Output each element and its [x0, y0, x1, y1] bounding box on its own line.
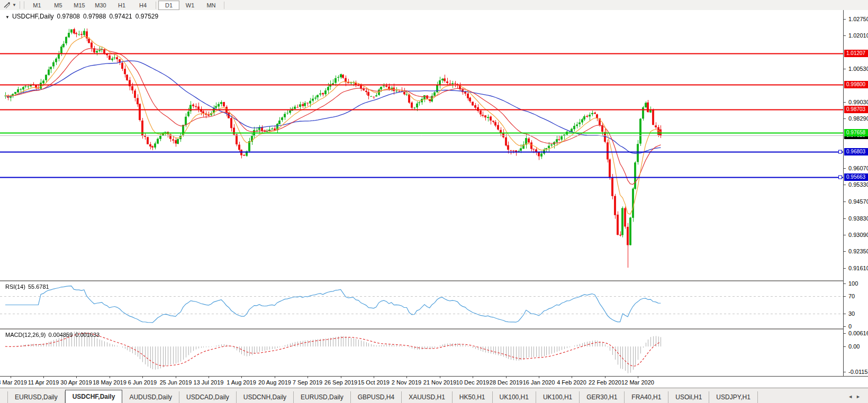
date-tick-label: 25 Jun 2019 — [160, 379, 192, 386]
rsi-indicator-canvas[interactable] — [0, 281, 843, 328]
timeframe-button-D1[interactable]: D1 — [158, 1, 179, 10]
price-tick-label: 70 — [848, 293, 855, 299]
date-tick-mark — [76, 377, 77, 378]
date-tick-label: 30 Apr 2019 — [60, 379, 92, 386]
timeframe-button-M1[interactable]: M1 — [26, 1, 48, 10]
date-tick-mark — [374, 377, 374, 378]
chart-tab-usdchf-daily[interactable]: USDCHF,Daily — [65, 390, 123, 403]
price-tick-label: 0.93090 — [848, 232, 868, 238]
tab-scroll-left-icon[interactable]: ◄ — [848, 394, 856, 399]
price-tick-label: 0.95330 — [848, 181, 868, 188]
chart-tabs: EURUSD,DailyUSDCHF,DailyAUDUSD,DailyUSDC… — [7, 390, 758, 403]
ohlc-open: 0.97808 — [57, 13, 80, 20]
price-tick-label: 0.94570 — [848, 198, 868, 205]
macd-panel-label: MACD(12,26,9)0.0048590.001633 — [5, 332, 102, 338]
date-tick-label: 20 Aug 2019 — [258, 379, 291, 386]
timeframe-button-M15[interactable]: M15 — [69, 1, 90, 10]
collapse-triangle-icon[interactable]: ▼ — [5, 15, 10, 20]
date-tick-mark — [110, 377, 110, 378]
price-tick-mark — [844, 296, 846, 297]
price-line-badge: 0.98703 — [844, 106, 868, 113]
chart-tab-bar: EURUSD,DailyUSDCHF,DailyAUDUSD,DailyUSDC… — [0, 388, 868, 403]
price-tick-label: 0.96070 — [848, 165, 868, 171]
chart-tab-uk100-h1[interactable]: UK100,H1 — [536, 391, 580, 403]
price-tick-label: -0.011531 — [848, 369, 868, 375]
chart-tab-usdcnh-daily[interactable]: USDCNH,Daily — [237, 391, 294, 403]
date-tick-mark — [440, 377, 440, 378]
price-tick-label: 0.006167 — [848, 330, 868, 336]
price-line-badge: 0.96803 — [844, 148, 868, 155]
date-tick-label: 12 Mar 2020 — [621, 379, 654, 386]
tab-scroll-right-icon[interactable]: ► — [856, 394, 864, 399]
ohlc-high: 0.97988 — [83, 13, 106, 20]
date-axis[interactable]: 23 Mar 201911 Apr 201930 Apr 201918 May … — [0, 376, 868, 388]
toolbar-grip[interactable] — [20, 2, 24, 8]
date-tick-mark — [142, 377, 143, 378]
rsi-indicator-name: RSI(14) — [5, 283, 25, 290]
chart-tab-uk100-h1[interactable]: UK100,H1 — [493, 391, 536, 403]
macd-indicator-canvas[interactable] — [0, 329, 843, 376]
chart-tab-xauusd-h1[interactable]: XAUUSD,H1 — [402, 391, 453, 403]
date-tick-label: 26 Sep 2019 — [324, 379, 357, 386]
chart-title: ▼USDCHF,Daily0.978080.979880.974210.9752… — [5, 13, 161, 20]
macd-main-value: 0.004859 — [48, 332, 73, 338]
timeframe-button-H1[interactable]: H1 — [111, 1, 132, 10]
price-tick-mark — [844, 69, 846, 69]
chart-tab-eurusd-daily[interactable]: EURUSD,Daily — [7, 391, 65, 403]
timeframe-button-H4[interactable]: H4 — [132, 1, 153, 10]
chart-tab-audusd-daily[interactable]: AUDUSD,Daily — [122, 391, 179, 403]
date-tick-mark — [209, 377, 209, 378]
chart-symbol-label: USDCHF,Daily — [12, 13, 54, 20]
timeframe-button-W1[interactable]: W1 — [179, 1, 201, 10]
price-tick-mark — [844, 118, 846, 119]
price-tick-label: 1.02750 — [848, 16, 868, 22]
date-tick-label: 6 Jun 2019 — [128, 379, 157, 386]
price-tick-mark — [844, 333, 846, 334]
chart-tab-usdcad-daily[interactable]: USDCAD,Daily — [179, 391, 237, 403]
date-tick-label: 22 Feb 2020 — [589, 379, 621, 386]
price-tick-mark — [844, 19, 846, 20]
price-tick-mark — [844, 102, 846, 103]
date-tick-mark — [638, 377, 638, 378]
date-tick-label: 18 May 2019 — [93, 379, 126, 386]
draw-tools-dropdown-arrow-icon[interactable]: ▼ — [12, 3, 19, 7]
chart-tab-gbpusd-h4[interactable]: GBPUSD,H4 — [351, 391, 402, 403]
price-tick-mark — [844, 168, 846, 169]
price-line-badge: 0.99800 — [844, 81, 868, 88]
date-tick-label: 1 Aug 2019 — [227, 379, 256, 386]
mt4-application-window: ▼ M1M5M15M30H1H4D1W1MN ▼USDCHF,Daily0.97… — [0, 0, 868, 403]
date-tick-mark — [176, 377, 176, 378]
chart-tab-usdjpy-h1[interactable]: USDJPY,H1 — [709, 391, 757, 403]
rsi-panel-label: RSI(14)55.6781 — [5, 283, 52, 290]
date-tick-label: 10 Dec 2019 — [456, 379, 489, 386]
macd-indicator-name: MACD(12,26,9) — [5, 332, 46, 338]
toolbar-separator — [156, 2, 156, 9]
price-axis[interactable]: 1.027501.020101.005300.990300.982900.960… — [843, 10, 868, 376]
macd-signal-value: 0.001633 — [75, 332, 100, 338]
date-tick-label: 15 Oct 2019 — [358, 379, 390, 386]
chart-tab-eurusd-daily[interactable]: EURUSD,Daily — [294, 391, 351, 403]
chart-tab-fra40-h1[interactable]: FRA40,H1 — [625, 391, 668, 403]
price-tick-label: 0.00 — [848, 343, 860, 350]
date-tick-label: 16 Jan 2020 — [523, 379, 555, 386]
price-tick-mark — [844, 235, 846, 235]
timeframe-button-M5[interactable]: M5 — [48, 1, 69, 10]
price-line-badge: 1.01207 — [844, 50, 868, 57]
timeframe-toolbar: ▼ M1M5M15M30H1H4D1W1MN — [0, 0, 868, 11]
date-tick-mark — [506, 377, 507, 378]
draw-tools-icon[interactable] — [2, 1, 12, 10]
chart-tab-hk50-h1[interactable]: HK50,H1 — [453, 391, 493, 403]
ohlc-low: 0.97421 — [109, 13, 132, 20]
price-tick-label: 0 — [848, 323, 852, 329]
price-tick-mark — [844, 268, 846, 269]
price-line-badge: 0.95663 — [844, 173, 868, 181]
timeframe-button-M30[interactable]: M30 — [90, 1, 111, 10]
timeframe-button-MN[interactable]: MN — [201, 1, 222, 10]
price-line-badge: 0.97658 — [844, 129, 868, 136]
date-tick-mark — [11, 377, 11, 378]
rsi-indicator-value: 55.6781 — [28, 283, 49, 290]
date-tick-mark — [539, 377, 539, 378]
chart-tab-ger30-h1[interactable]: GER30,H1 — [580, 391, 625, 403]
price-chart-canvas[interactable] — [0, 10, 843, 280]
chart-tab-usoil-h1[interactable]: USOil,H1 — [668, 391, 709, 403]
